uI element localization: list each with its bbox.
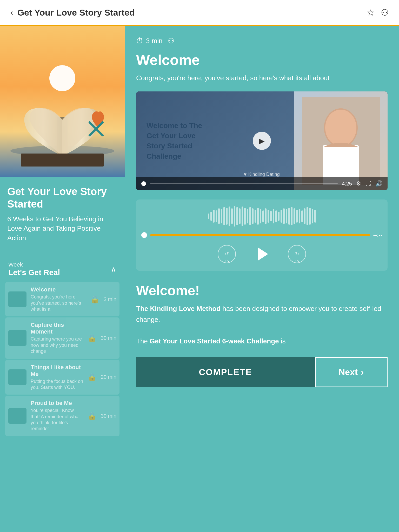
lesson-thumbnail xyxy=(8,369,26,385)
meta-link[interactable]: ⚇ xyxy=(168,37,174,45)
bottom-buttons: COMPLETE Next › xyxy=(136,357,388,387)
meta-time: ⏱ 3 min xyxy=(136,37,163,45)
waveform-bar xyxy=(275,210,277,222)
video-progress-handle[interactable] xyxy=(141,181,146,186)
waveform-bar xyxy=(239,208,241,224)
lesson-thumbnail xyxy=(8,291,26,307)
lesson-description: You're special! Know that! A reminder of… xyxy=(31,408,83,432)
waveform-bar xyxy=(260,209,261,223)
waveform-bar xyxy=(314,210,316,223)
welcome-body-text: The Kindling Love Method has been design… xyxy=(136,303,388,347)
video-play-button[interactable]: ▶ xyxy=(253,132,271,150)
clock-icon: ⏱ xyxy=(136,37,143,45)
lesson-item[interactable]: Things I like about Me Putting the focus… xyxy=(5,360,119,395)
waveform-bar xyxy=(231,208,233,224)
waveform-bar xyxy=(242,207,243,226)
waveform-bar xyxy=(286,209,287,223)
lesson-item[interactable]: Welcome Congrats, you're here, you've st… xyxy=(5,282,119,316)
waveform-bar xyxy=(236,207,238,225)
lesson-item[interactable]: Capture this Moment Capturing where you … xyxy=(5,317,119,358)
lesson-description: Putting the focus back on you. Starts wi… xyxy=(31,378,83,391)
next-label: Next xyxy=(338,367,358,377)
waveform-bar xyxy=(265,208,267,224)
waveform-bar xyxy=(218,208,220,224)
lesson-title: Capture this Moment xyxy=(31,322,83,335)
next-button[interactable]: Next › xyxy=(315,357,388,387)
video-fullscreen-icon[interactable]: ⛶ xyxy=(365,180,371,187)
course-subtitle: 6 Weeks to Get You Believing in Love Aga… xyxy=(7,214,117,243)
lock-icon: 🔒 xyxy=(90,295,99,304)
meta-time-value: 3 min xyxy=(146,37,163,45)
lock-icon: 🔒 xyxy=(88,412,97,420)
lesson-title: Proud to be Me xyxy=(31,400,83,407)
waveform-bar xyxy=(247,209,248,223)
waveform-bar xyxy=(252,208,254,224)
lesson-title: Welcome xyxy=(31,286,86,293)
skip-back-button[interactable]: ↺ 15 xyxy=(218,245,236,263)
waveform-bar xyxy=(278,212,280,221)
waveform-bar xyxy=(216,210,217,222)
lock-icon: 🔒 xyxy=(88,373,97,381)
play-triangle-icon xyxy=(258,247,268,261)
video-progress-track[interactable] xyxy=(150,183,338,184)
hero-image xyxy=(0,26,125,177)
waveform-bar xyxy=(273,209,274,223)
waveform-bar xyxy=(223,207,225,225)
lesson-title: Things I like about Me xyxy=(31,364,83,377)
svg-rect-4 xyxy=(21,154,104,167)
header: ‹ Get Your Love Story Started ☆ ⚇ xyxy=(0,0,399,25)
header-title: Get Your Love Story Started xyxy=(17,8,135,18)
next-arrow-icon: › xyxy=(361,367,364,377)
lesson-info: Things I like about Me Putting the focus… xyxy=(31,364,83,391)
waveform-bar xyxy=(288,208,290,225)
waveform-bar xyxy=(307,207,308,225)
lesson-thumbnail xyxy=(8,408,26,424)
audio-progress-track[interactable] xyxy=(150,234,370,236)
lock-icon: 🔒 xyxy=(88,334,97,342)
waveform-bar xyxy=(309,208,311,225)
link-icon[interactable]: ⚇ xyxy=(381,7,389,18)
bookmark-icon[interactable]: ☆ xyxy=(367,7,375,18)
welcome-body-text2a: The xyxy=(136,337,150,345)
welcome-body-bold2: Get Your Love Started 6-week Challenge xyxy=(150,337,279,345)
waveform-bar xyxy=(229,207,230,226)
main-layout: Get Your Love Story Started 6 Weeks to G… xyxy=(0,26,399,532)
complete-button[interactable]: COMPLETE xyxy=(136,357,315,387)
video-player[interactable]: Welcome to The Get Your Love Story Start… xyxy=(136,91,388,190)
meta-row: ⏱ 3 min ⚇ xyxy=(136,37,388,45)
lesson-duration: 30 min xyxy=(101,413,116,419)
waveform-bar xyxy=(244,208,246,225)
audio-progress-handle[interactable] xyxy=(141,232,147,238)
week-header[interactable]: Week Let's Get Real ∧ xyxy=(5,256,119,282)
video-person-thumbnail xyxy=(294,91,388,190)
lesson-info: Capture this Moment Capturing where you … xyxy=(31,322,83,354)
link-meta-icon: ⚇ xyxy=(168,37,174,45)
back-button[interactable]: ‹ xyxy=(10,8,13,17)
waveform-bar xyxy=(283,208,285,224)
audio-section: --:-- ↺ 15 ↻ 15 xyxy=(136,200,388,271)
lesson-duration: 20 min xyxy=(101,374,116,380)
audio-progress-row: --:-- xyxy=(141,232,382,238)
lesson-description: Capturing where you are now and why you … xyxy=(31,336,83,354)
waveform-bar xyxy=(208,214,209,219)
video-volume-icon[interactable]: 🔊 xyxy=(375,180,382,187)
video-overlay-text: Welcome to The Get Your Love Story Start… xyxy=(147,121,214,161)
week-section: Week Let's Get Real ∧ Welcome Congrats, … xyxy=(0,256,125,441)
lesson-info: Welcome Congrats, you're here, you've st… xyxy=(31,286,86,312)
content-description: Congrats, you're here, you've started, s… xyxy=(136,73,388,83)
waveform-bar xyxy=(257,208,259,225)
waveform-bar xyxy=(268,210,269,223)
audio-time-remaining: --:-- xyxy=(373,232,382,238)
welcome-body-bold1: The Kindling Love Method xyxy=(136,305,221,312)
lesson-duration: 3 min xyxy=(104,296,116,302)
audio-waveform xyxy=(141,206,382,227)
skip-forward-button[interactable]: ↻ 15 xyxy=(288,245,306,263)
audio-play-button[interactable] xyxy=(251,244,272,264)
week-name: Let's Get Real xyxy=(8,268,60,277)
video-settings-icon[interactable]: ⚙ xyxy=(356,180,361,187)
waveform-bar xyxy=(296,210,298,223)
video-controls: 4:25 ⚙ ⛶ 🔊 xyxy=(136,177,388,190)
lesson-info: Proud to be Me You're special! Know that… xyxy=(31,400,83,432)
waveform-bar xyxy=(270,211,272,221)
lesson-item[interactable]: Proud to be Me You're special! Know that… xyxy=(5,396,119,436)
